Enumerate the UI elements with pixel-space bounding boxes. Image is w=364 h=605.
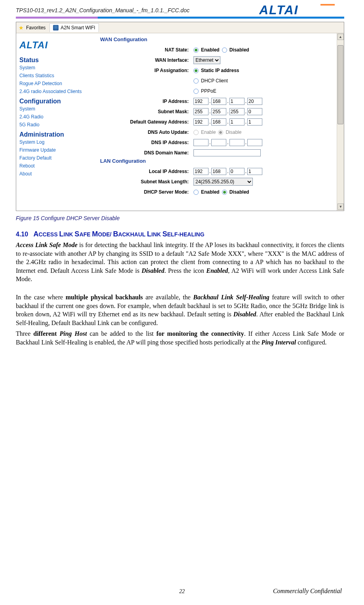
dhcp-mode-label: DHCP Server Mode: [99,189,193,195]
static-ip-text: Static IP address [201,68,239,73]
scroll-up-icon[interactable]: ▲ [337,34,344,40]
dhcp-enabled-radio[interactable] [193,190,199,195]
dhcp-disabled-text: Disabled [229,189,249,195]
favorites-label: Favorites [26,25,46,30]
dhcp-client-radio[interactable] [193,78,199,84]
nat-disabled-text: Disabled [229,47,249,53]
dns-domain-label: DNS Domain Name: [99,150,193,156]
paragraph-1: Access Link Safe Mode is for detecting t… [16,241,344,283]
mask-length-label: Subnet Mask Length: [99,179,193,185]
dns-enable-radio[interactable] [193,130,199,135]
wan-config-heading: WAN Configuration [99,36,335,42]
nat-disabled-radio[interactable] [222,48,227,53]
browser-tab[interactable]: A2N Smart WIFI [49,23,99,32]
sidebar-item-24g-clients[interactable]: 2.4G radio Associated Clients [19,88,95,95]
altai-logo-sidebar: ALTAI [19,38,95,53]
sidebar-admin-heading: Administration [19,131,95,138]
subnet-mask-label: Subnet Mask: [99,109,193,114]
sidebar-item-5g-radio[interactable]: 5G Radio [19,121,95,129]
dns-disable-radio[interactable] [218,130,223,135]
wan-interface-select[interactable]: Ethernet [193,56,220,64]
sidebar-item-cfg-system[interactable]: System [19,105,95,113]
sidebar-item-rogue-ap[interactable]: Rogue AP Detection [19,80,95,88]
paragraph-3: Three different Ping Host can be added t… [16,329,344,346]
sidebar-item-clients-stats[interactable]: Clients Statistics [19,72,95,80]
dhcp-enabled-text: Enabled [201,189,220,195]
local-ip-label: Local IP Address: [99,169,193,174]
nat-enabled-radio[interactable] [193,48,199,53]
section-heading: 4.10 ACCESS LINK SAFE MODE/ BACKHAUL LIN… [16,230,344,238]
sidebar-item-24g-radio[interactable]: 2.4G Radio [19,113,95,121]
ip-assignation-label: IP Assignation: [99,68,193,73]
dns-disable-text: Disable [226,129,241,135]
ip-address-label: IP Address: [99,99,193,104]
svg-rect-1 [320,4,335,6]
sidebar-item-system-log[interactable]: System Log [19,138,95,146]
wan-interface-label: WAN Interface: [99,57,193,63]
dns-domain-input[interactable] [193,149,261,156]
svg-text:ALTAI: ALTAI [19,40,48,50]
figure-caption: Figure 15 Configure DHCP Server Disable [16,215,344,221]
altai-logo-top: ALTAI [259,1,342,21]
tab-favicon [53,25,59,30]
sidebar-status-heading: Status [19,57,95,64]
paragraph-2: In the case where multiple physical back… [16,293,344,327]
sidebar-item-system[interactable]: System [19,64,95,72]
gateway-label: Default Gateway Address: [99,119,193,125]
static-ip-radio[interactable] [193,68,199,73]
sidebar: ALTAI Status System Clients Statistics R… [16,33,99,211]
sidebar-item-reboot[interactable]: Reboot [19,162,95,170]
sidebar-config-heading: Configuration [19,98,95,105]
subnet-mask-input[interactable]: ... [193,108,335,115]
dns-ip-input[interactable]: ... [193,139,335,146]
nat-state-label: NAT State: [99,47,193,53]
star-icon: ★ [19,25,24,31]
dns-auto-label: DNS Auto Update: [99,129,193,135]
mask-length-select[interactable]: 24(255.255.255.0) [193,178,253,186]
main-panel: WAN Configuration NAT State: Enabled Dis… [99,33,337,211]
lan-config-heading: LAN Configuration [99,158,335,164]
dhcp-client-text: DHCP Client [201,78,228,84]
dhcp-disabled-radio[interactable] [222,190,227,195]
pppoe-text: PPPoE [201,88,216,94]
config-screenshot: ★ Favorites A2N Smart WIFI ALTAI Status … [16,22,344,211]
sidebar-item-factory-default[interactable]: Factory Default [19,154,95,162]
dns-enable-text: Enable [201,129,216,135]
browser-favorites-bar: ★ Favorites A2N Smart WIFI [16,22,344,33]
scrollbar[interactable]: ▲ ▼ [337,33,344,211]
pppoe-radio[interactable] [193,89,199,94]
sidebar-item-about[interactable]: About [19,170,95,178]
scroll-thumb[interactable] [337,45,343,124]
confidential-notice: Commercially Confidential [273,588,342,595]
ip-address-input[interactable]: ... [193,98,335,105]
gateway-input[interactable]: ... [193,118,335,126]
dns-ip-label: DNS IP Address: [99,140,193,145]
scroll-down-icon[interactable]: ▼ [337,204,344,210]
sidebar-item-firmware[interactable]: Firmware Update [19,146,95,154]
local-ip-input[interactable]: ... [193,168,335,175]
tab-title: A2N Smart WIFI [61,25,95,30]
svg-text:ALTAI: ALTAI [259,3,298,17]
nat-enabled-text: Enabled [201,47,220,53]
